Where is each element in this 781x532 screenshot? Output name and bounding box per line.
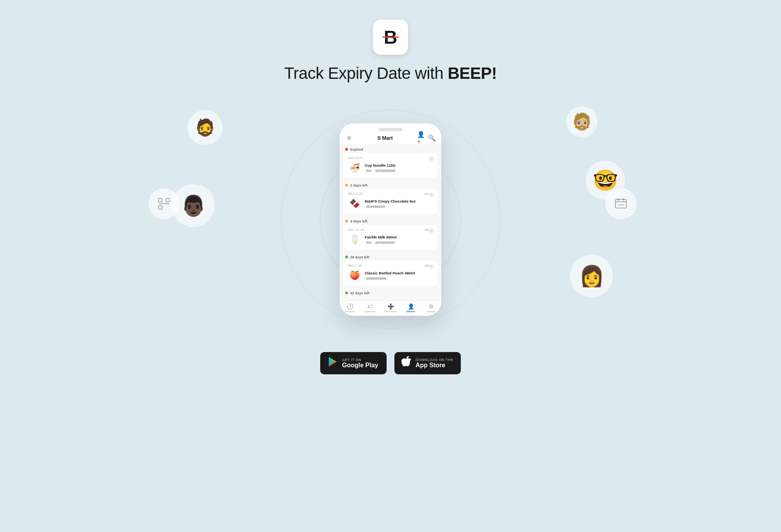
nav-products[interactable]: 🕐 Products — [340, 303, 360, 313]
phone-screen: ≡ S Mart 👤+ 🔍 Expired 2021.12.12 — [340, 131, 441, 316]
section-42days-label: 42 days left — [350, 291, 369, 295]
product-card-noodle: 2021.12.12 🍜 Cup Noodle 110G 3EA DD72463… — [344, 153, 437, 178]
nav-settings[interactable]: ⚙ Settings — [421, 303, 441, 313]
mm-name: M&M'S Crispy Chocolate 8oz — [365, 199, 433, 203]
main-area: 🧔 👨🏿 🧔🏼 🤓 👩 ≡ S Mart 👤+ 🔍 — [234, 102, 547, 336]
svg-rect-3 — [166, 198, 169, 202]
noodle-img: 🍜 — [348, 161, 362, 175]
app-icon: B — [373, 20, 408, 55]
svg-point-10 — [619, 205, 620, 206]
product-card-milk: 2021. 12. 29 Aisle 4 🥛 Fairlife Milk 500… — [344, 225, 437, 250]
nav-settings-label: Settings — [427, 310, 435, 313]
section-4days: 4 days left — [340, 216, 441, 225]
noodle-close[interactable]: × — [429, 156, 434, 162]
avatar-right-top: 🧔🏼 — [566, 106, 597, 137]
mm-info: M&M'S Crispy Chocolate 8oz 0233463000200 — [365, 199, 433, 208]
mm-tag-1: 0233463000200 — [365, 205, 386, 208]
avatar-emoji-5: 👩 — [579, 266, 604, 286]
noodle-info: Cup Noodle 110G 3EA DD72463000200 — [365, 163, 433, 173]
avatar-emoji-4: 🤓 — [593, 170, 618, 190]
dot-expired — [345, 148, 348, 151]
app-store-icon — [401, 356, 412, 370]
milk-info: Fairlife Milk 500ml 2EA 0027000419045 — [365, 235, 433, 244]
dot-4days — [345, 220, 348, 222]
mm-close[interactable]: × — [429, 192, 434, 197]
nav-add-label: Add Product — [384, 310, 397, 313]
menu-icon: ≡ — [345, 134, 353, 142]
nav-categories-label: Categories — [364, 310, 376, 313]
svg-point-12 — [622, 205, 624, 206]
milk-tag-1: 2EA — [365, 241, 373, 244]
app-store-sub: Download on the — [415, 358, 453, 362]
avatar-emoji-2: 👨🏿 — [181, 196, 206, 216]
google-play-main: Google Play — [342, 362, 378, 369]
search-icon[interactable]: 🔍 — [428, 134, 436, 142]
peach-tag-1: 00389000030988 — [365, 277, 388, 280]
peach-date: 2022.1. 20 — [348, 264, 361, 267]
noodle-date: 2021.12.12 — [348, 156, 362, 160]
app-store-text: Download on the App Store — [415, 358, 453, 369]
nav-add-product[interactable]: ➕ Add Product — [380, 303, 401, 313]
svg-rect-4 — [159, 206, 162, 209]
section-expired: Expired — [340, 144, 441, 153]
bottom-nav: 🕐 Products 🏷 Categories ➕ Add Product 👤 … — [340, 301, 441, 316]
app-header: ≡ S Mart 👤+ 🔍 — [340, 131, 441, 144]
mm-date: 2021.12.25 — [348, 192, 362, 196]
google-play-icon — [327, 356, 338, 370]
peach-img: 🍑 — [348, 269, 362, 283]
google-play-sub: GET IT ON — [342, 358, 378, 362]
avatar-left: 👨🏿 — [172, 184, 215, 227]
milk-tags: 2EA 0027000419045 — [365, 241, 433, 244]
peach-info: Classic Bottled Peach 490ml 003890000309… — [365, 271, 433, 280]
noodle-name: Cup Noodle 110G — [365, 163, 433, 167]
avatar-right-mid: 🤓 — [586, 161, 625, 200]
calendar-icon — [614, 197, 628, 211]
mm-img: 🍫 — [348, 197, 362, 211]
avatar-top-left: 🧔 — [187, 110, 223, 145]
section-2days-label: 2 days left — [350, 183, 367, 187]
headline: Track Expiry Date with BEEP! — [284, 64, 497, 83]
nav-products-label: Products — [345, 310, 355, 313]
nav-add-icon: ➕ — [387, 303, 394, 310]
mm-tags: 0233463000200 — [365, 205, 433, 208]
peach-close[interactable]: × — [429, 264, 434, 269]
milk-img: 🥛 — [348, 233, 362, 247]
nav-categories[interactable]: 🏷 Categories — [360, 303, 380, 313]
peach-tags: 00389000030988 — [365, 277, 433, 280]
product-list: Expired 2021.12.12 🍜 Cup Noodle 110G 3EA… — [340, 144, 441, 301]
phone-notch — [379, 128, 402, 131]
section-28days: 28 days left — [340, 252, 441, 261]
noodle-tag-2: DD72463000200 — [374, 169, 396, 173]
avatar-emoji-1: 🧔 — [195, 119, 215, 136]
peach-name: Classic Bottled Peach 490ml — [365, 271, 433, 275]
nav-products-icon: 🕐 — [347, 303, 353, 310]
headline-bold: BEEP! — [448, 64, 497, 82]
product-card-mm: 2021.12.25 Aisle 3 🍫 M&M'S Crispy Chocol… — [344, 189, 437, 214]
milk-name: Fairlife Milk 500ml — [365, 235, 433, 239]
nav-settings-icon: ⚙ — [429, 303, 434, 310]
milk-date: 2021. 12. 29 — [348, 228, 364, 231]
section-2days: 2 days left — [340, 180, 441, 189]
scan-icon — [157, 197, 171, 211]
avatar-emoji-3: 🧔🏼 — [572, 114, 592, 130]
google-play-badge[interactable]: GET IT ON Google Play — [320, 352, 387, 374]
milk-tag-2: 0027000419045 — [374, 241, 396, 244]
google-play-text: GET IT ON Google Play — [342, 358, 378, 369]
milk-close[interactable]: × — [429, 228, 434, 233]
section-4days-label: 4 days left — [350, 219, 367, 223]
svg-rect-2 — [159, 198, 162, 202]
nav-member[interactable]: 👤 Member — [401, 303, 421, 313]
app-header-title: S Mart — [377, 135, 393, 141]
nav-member-label: Member — [407, 310, 415, 313]
header-actions: 👤+ 🔍 — [417, 134, 436, 142]
headline-normal: Track Expiry Date with — [284, 64, 448, 82]
noodle-tags: 3EA DD72463000200 — [365, 169, 433, 173]
dot-28days — [345, 256, 348, 258]
phone-mockup: ≡ S Mart 👤+ 🔍 Expired 2021.12.12 — [340, 123, 441, 316]
app-store-badge[interactable]: Download on the App Store — [394, 352, 461, 374]
avatar-right-bottom: 👩 — [570, 254, 613, 297]
dot-42days — [345, 292, 348, 294]
store-badges: GET IT ON Google Play Download on the Ap… — [320, 352, 461, 374]
section-28days-label: 28 days left — [350, 255, 369, 259]
noodle-tag-1: 3EA — [365, 169, 373, 173]
